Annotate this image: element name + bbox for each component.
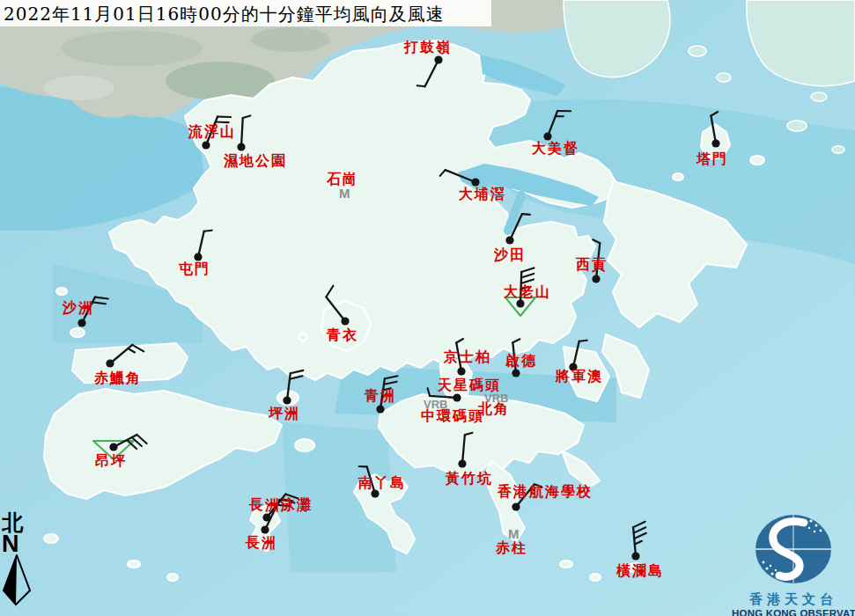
land-sha-chau (70, 328, 85, 337)
hong-kong-map (0, 0, 855, 616)
hko-logo-cjk-text: 香港天文台 (732, 591, 855, 608)
land-po-toi (560, 561, 572, 568)
land-waglan (628, 563, 644, 572)
map-title: 2022年11月01日16時00分的十分鐘平均風向及風速 (0, 0, 491, 26)
wind-map-page: 打鼓嶺流浮山濕地公園石崗M大美督塔門大埔滘屯門沙田西貢沙洲大老山青衣京士柏啟德將… (0, 0, 855, 616)
compass-n-label: N (2, 533, 37, 554)
land-airport (72, 343, 188, 383)
hko-logo: 香港天文台 HONG KONG OBSERVATORY (732, 510, 855, 616)
land-hei-ling-chau (295, 439, 314, 451)
land-ma-wan (299, 334, 307, 341)
hko-logo-icon (732, 510, 855, 586)
land-peng-chau (277, 391, 299, 405)
north-compass: 北 N (2, 512, 37, 612)
north-arrow-icon (2, 554, 37, 609)
hko-logo-en-text: HONG KONG OBSERVATORY (732, 608, 855, 616)
